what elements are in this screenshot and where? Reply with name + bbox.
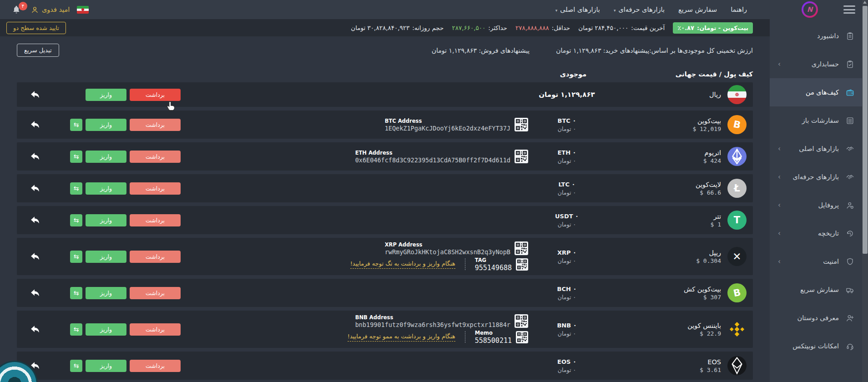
- sidebar-item-profile[interactable]: پروفایل›: [770, 191, 868, 219]
- sidebar-item-dashboard[interactable]: داشبورد: [770, 22, 868, 50]
- iran-flag-icon[interactable]: [77, 6, 89, 14]
- address-value[interactable]: 1EQekZ1PgaKcJDooYj6kEo2dxz4eFYT37J: [385, 125, 510, 132]
- address-cell: XRP AddressrwRmyGRoJkHKtojaC8SH2wxsnB2q3…: [181, 241, 528, 272]
- withdraw-button[interactable]: برداشت: [130, 89, 181, 101]
- usd-price: $ 22.9: [687, 330, 721, 337]
- exchange-button[interactable]: ⇆: [70, 151, 82, 163]
- sidebar-item-features[interactable]: امکانات نوبیتکس: [770, 332, 868, 360]
- pair-change-badge[interactable]: بیت‌کوین - تومان: ٪۰.۸۷: [673, 22, 753, 34]
- exchange-button[interactable]: ⇆: [70, 323, 82, 336]
- sidebar-item-label: تاریخچه: [818, 230, 839, 237]
- scrollbar-thumb[interactable]: [863, 6, 868, 254]
- deposit-button[interactable]: واریز: [86, 251, 126, 263]
- chevron-icon: ›: [778, 145, 781, 153]
- tag-qr-code-icon[interactable]: [516, 331, 528, 343]
- sidebar-item-label: حسابداری: [812, 60, 839, 68]
- sidebar: داشبوردحسابداری›کیف‌های منسفارشات بازباز…: [770, 19, 868, 382]
- transactions-arrow-button[interactable]: [17, 324, 53, 335]
- exchange-button[interactable]: ⇆: [70, 287, 82, 299]
- qr-code-icon[interactable]: [515, 150, 528, 163]
- sidebar-item-pro-markets[interactable]: بازارهای حرفه‌ای›: [770, 163, 868, 191]
- user-menu[interactable]: امید فدوی: [31, 6, 70, 14]
- transactions-arrow-button[interactable]: [17, 119, 53, 131]
- deposit-button[interactable]: واریز: [86, 182, 126, 195]
- notifications-button[interactable]: ۴: [12, 5, 21, 14]
- wallet-row-LTC: Łلایت‌کوین$ 66.6LTC ۰۰ تومانبرداشتواریز⇆: [17, 174, 753, 202]
- tag-value[interactable]: 955149688: [475, 264, 512, 272]
- withdraw-button[interactable]: برداشت: [130, 323, 181, 336]
- page-scrollbar[interactable]: [862, 0, 868, 382]
- deposit-button[interactable]: واریز: [86, 323, 126, 336]
- withdraw-button[interactable]: برداشت: [130, 287, 181, 299]
- chevron-icon: ›: [778, 173, 781, 181]
- transactions-arrow-button[interactable]: [17, 215, 53, 226]
- exchange-button[interactable]: ⇆: [70, 251, 82, 263]
- wallet-row-BTC: Bبیت‌کوین$ 12,019BTC ۰۰ تومانBTC Address…: [17, 111, 753, 139]
- exchange-button[interactable]: ⇆: [70, 360, 82, 372]
- exchange-button[interactable]: ⇆: [70, 182, 82, 195]
- tag-value[interactable]: 558500211: [475, 337, 512, 345]
- nobitex-logo[interactable]: N: [802, 1, 818, 18]
- iran-flag-coin-icon: ❁: [727, 85, 747, 104]
- transactions-arrow-button[interactable]: [17, 287, 53, 299]
- transactions-arrow-button[interactable]: [17, 183, 53, 194]
- deposit-button[interactable]: واریز: [86, 151, 126, 163]
- usd-price: $ 12,019: [692, 126, 721, 132]
- sidebar-item-orders[interactable]: سفارشات باز: [770, 106, 868, 135]
- deposit-button[interactable]: واریز: [86, 287, 126, 299]
- currency-name: اتریوم: [703, 149, 721, 156]
- qr-code-icon[interactable]: [515, 241, 528, 255]
- tag-qr-code-icon[interactable]: [516, 258, 528, 271]
- nav-link[interactable]: بازارهای حرفه‌ای▾: [614, 6, 665, 13]
- currency-cell: Bبیت‌کوین کش$ 307: [606, 283, 747, 302]
- address-value[interactable]: bnb19901futz0f9wza6rsh36ysfwt9xpctxr1188…: [355, 321, 510, 328]
- hamburger-menu-icon[interactable]: [843, 5, 855, 14]
- min-price-value: ۲۷۸,۸۸۸,۸۸۸: [515, 24, 549, 31]
- deposit-button[interactable]: واریز: [86, 119, 126, 131]
- transactions-arrow-button[interactable]: [17, 251, 53, 262]
- deposit-button[interactable]: واریز: [86, 214, 126, 226]
- sidebar-item-security[interactable]: امنیت›: [770, 247, 868, 276]
- scrollbar-up-arrow[interactable]: [863, 1, 867, 4]
- eth-coin-icon: [727, 147, 747, 166]
- quick-convert-button[interactable]: تبدیل سریع: [17, 44, 59, 57]
- deposit-button[interactable]: واریز: [86, 360, 126, 372]
- qr-code-icon[interactable]: [515, 118, 528, 131]
- sidebar-item-refer[interactable]: معرفی دوستان: [770, 304, 868, 332]
- sidebar-item-history[interactable]: تاریخچه›: [770, 219, 868, 247]
- verified-level-badge[interactable]: تایید شده سطح دو: [6, 22, 66, 34]
- withdraw-button[interactable]: برداشت: [130, 214, 181, 226]
- sidebar-item-markets[interactable]: بازارهای اصلی›: [770, 135, 868, 163]
- withdraw-button[interactable]: برداشت: [130, 119, 181, 131]
- address-value[interactable]: 0x6E046fcf8d3C922395d13CdA75B0ff2f7D4d61…: [355, 156, 510, 164]
- exchange-button[interactable]: ⇆: [70, 119, 82, 131]
- exchange-button[interactable]: ⇆: [70, 214, 82, 226]
- tag-warning-text: هنگام واریز و برداشت به تگ توجه فرمایید!: [350, 260, 455, 269]
- crypto-balance: USDT ۰: [528, 213, 606, 220]
- nav-link[interactable]: راهنما: [731, 6, 747, 13]
- address-value[interactable]: rwRmyGRoJkHKtojaC8SH2wxsnB2q3yNopB: [385, 248, 510, 256]
- wallet-row-rial: ❁ریال۱,۱۲۹,۸۶۳ تومانبرداشتواریز: [17, 82, 753, 107]
- transactions-arrow-button[interactable]: [17, 89, 53, 101]
- sidebar-item-accounting[interactable]: حسابداری›: [770, 50, 868, 78]
- sidebar-item-quick-order[interactable]: سفارش سریع: [770, 276, 868, 304]
- withdraw-button[interactable]: برداشت: [130, 182, 181, 195]
- sidebar-item-wallets[interactable]: کیف‌های من: [770, 78, 868, 106]
- crypto-balance: LTC ۰: [528, 181, 606, 188]
- wallet-row-BNB: بایننس کوین$ 22.9BNB ۰۰ تومانBNB Address…: [17, 311, 753, 348]
- transactions-arrow-button[interactable]: [17, 151, 53, 162]
- nav-link[interactable]: بازارهای اصلی▾: [555, 6, 600, 13]
- withdraw-button[interactable]: برداشت: [130, 251, 181, 263]
- withdraw-button[interactable]: برداشت: [130, 151, 181, 163]
- nav-link[interactable]: سفارش سریع: [678, 6, 717, 13]
- currency-name: بیت‌کوین: [692, 117, 721, 125]
- address-cell: BTC Address1EQekZ1PgaKcJDooYj6kEo2dxz4eF…: [181, 118, 528, 132]
- actions-cell: برداشتواریز⇆: [53, 182, 181, 195]
- usdt-coin-icon: T: [727, 211, 747, 230]
- deposit-button[interactable]: واریز: [86, 89, 126, 101]
- toman-balance: ۰ تومان: [528, 189, 606, 196]
- qr-code-icon[interactable]: [515, 314, 528, 328]
- min-price-label: حداقل:: [552, 24, 570, 31]
- toman-balance: ۰ تومان: [528, 157, 606, 164]
- withdraw-button[interactable]: برداشت: [130, 360, 181, 372]
